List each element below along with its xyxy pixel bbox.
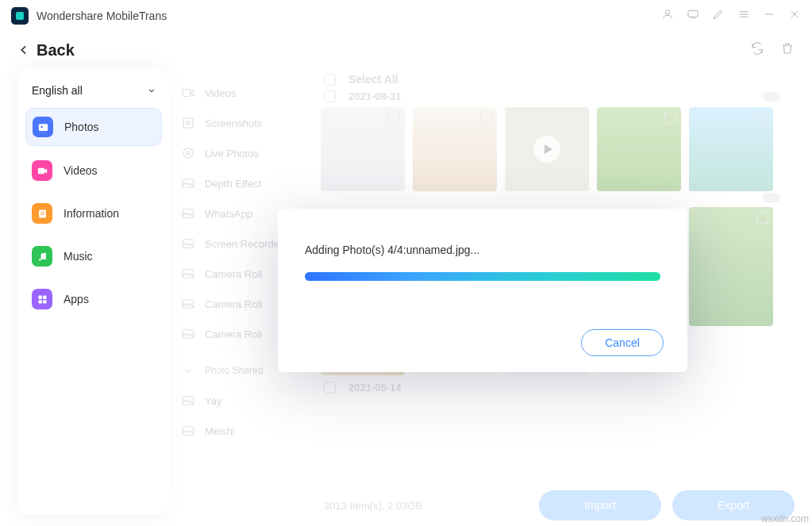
sidebar-item-label: Information (63, 207, 119, 220)
svg-rect-5 (39, 209, 46, 217)
sidebar-item-apps[interactable]: Apps (25, 281, 162, 317)
information-icon (32, 203, 52, 224)
modal-message: Adding Photo(s) 4/4:unnamed.jpg... (305, 244, 660, 256)
language-selector[interactable]: English all (25, 76, 162, 108)
svg-rect-9 (43, 295, 46, 298)
apps-icon (32, 289, 52, 309)
svg-rect-10 (38, 300, 41, 303)
app-logo (11, 7, 29, 25)
svg-point-7 (44, 257, 46, 259)
svg-point-3 (40, 125, 43, 128)
sidebar-item-label: Apps (63, 293, 89, 305)
svg-rect-11 (43, 300, 46, 303)
watermark: wsxdn.com (761, 513, 809, 524)
progress-bar (305, 272, 660, 281)
sidebar-item-information[interactable]: Information (25, 195, 162, 232)
language-label: English all (32, 84, 83, 97)
back-label[interactable]: Back (37, 41, 75, 60)
sidebar-item-videos[interactable]: Videos (25, 152, 162, 189)
sidebar-item-music[interactable]: Music (25, 238, 162, 275)
svg-rect-4 (37, 167, 44, 174)
svg-point-6 (39, 259, 41, 261)
chevron-down-icon (146, 85, 157, 96)
sidebar: English all Photos Videos Information Mu… (17, 68, 170, 515)
progress-modal: Adding Photo(s) 4/4:unnamed.jpg... Cance… (278, 209, 687, 372)
svg-rect-2 (38, 124, 47, 131)
sidebar-item-label: Videos (63, 164, 98, 177)
music-icon (32, 246, 52, 267)
photos-icon (33, 117, 53, 137)
app-title: Wondershare MobileTrans (37, 10, 167, 22)
sidebar-item-label: Photos (64, 121, 99, 133)
svg-rect-8 (38, 295, 41, 298)
sidebar-item-label: Music (63, 250, 93, 263)
chevron-left-icon[interactable] (17, 44, 30, 56)
sidebar-item-photos[interactable]: Photos (25, 108, 162, 146)
videos-icon (32, 160, 52, 181)
cancel-button[interactable]: Cancel (581, 329, 664, 356)
